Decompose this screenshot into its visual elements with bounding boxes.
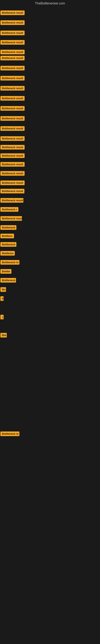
bottleneck-result-item: Bottleneck r bbox=[0, 207, 18, 212]
bottleneck-badge: Bottleneck result bbox=[0, 50, 25, 54]
bottleneck-result-item: Bottleneck result bbox=[0, 76, 25, 81]
bottleneck-result-item: Bottleneck result bbox=[0, 171, 25, 176]
bottleneck-badge: Bottleneck result bbox=[0, 76, 25, 80]
bottleneck-badge: Bottleneck bbox=[0, 242, 16, 247]
bottleneck-badge: Bottleneck result bbox=[0, 162, 25, 167]
bottleneck-result-item: Bottleneck bbox=[0, 225, 16, 231]
bottleneck-badge: Bottleneck re bbox=[0, 260, 19, 265]
bottleneck-result-item: Bottleneck result bbox=[0, 153, 25, 159]
bottleneck-badge: Bottleneck result bbox=[0, 171, 25, 176]
bottleneck-badge: Bottler bbox=[0, 269, 11, 274]
bottleneck-badge: Bottleneck result bbox=[0, 86, 25, 90]
bottleneck-badge: Bottleneck result bbox=[0, 10, 25, 15]
bottleneck-badge: Bottleneck result bbox=[0, 96, 25, 100]
bottleneck-badge: Bottlenec bbox=[0, 251, 15, 256]
bottleneck-badge: Bottleneck resul bbox=[0, 216, 22, 221]
bottleneck-result-item: Bot bbox=[0, 333, 7, 338]
bottleneck-result-item: Bottleneck result bbox=[0, 10, 25, 16]
bottleneck-result-item: Bottleneck result bbox=[0, 126, 25, 132]
bottleneck-result-item: Bottleneck result bbox=[0, 180, 25, 186]
bottleneck-result-item: Bottleneck result bbox=[0, 50, 25, 55]
bottleneck-result-item: Bottleneck result bbox=[0, 96, 25, 102]
bottleneck-result-item: Bottleneck result bbox=[0, 40, 25, 46]
bottleneck-badge: Bot bbox=[0, 333, 7, 338]
bottleneck-badge: Bottleneck result bbox=[0, 20, 25, 25]
bottleneck-badge: Bottleneck result bbox=[0, 198, 23, 203]
bottleneck-badge: Bottleneck result bbox=[0, 40, 25, 45]
bottleneck-badge: Bottleneck result bbox=[0, 180, 25, 185]
bottleneck-badge: Bottleneck r bbox=[0, 207, 18, 212]
bottleneck-result-item: Bo bbox=[0, 287, 6, 292]
bottleneck-badge: Bottleneck bbox=[0, 278, 16, 282]
bottleneck-result-item: Bottleneck bbox=[0, 242, 16, 248]
bottleneck-badge: Bottleneck result bbox=[0, 106, 25, 111]
bottleneck-result-item: Bottlenec bbox=[0, 251, 15, 256]
bottleneck-result-item: Bottleneck result bbox=[0, 145, 25, 150]
bottleneck-result-item: Bottleneck re bbox=[0, 432, 19, 437]
bottleneck-badge: Bottleneck re bbox=[0, 432, 19, 436]
bottleneck-badge: Bottlene bbox=[0, 234, 14, 238]
bottleneck-result-item: | bbox=[0, 315, 3, 320]
bottleneck-badge: Bottleneck result bbox=[0, 136, 25, 141]
bottleneck-badge: Bottleneck bbox=[0, 225, 16, 230]
bottleneck-badge: Bottleneck result bbox=[0, 116, 25, 121]
bottleneck-badge: Bottleneck result bbox=[0, 30, 25, 35]
bottleneck-result-item: Bottleneck result bbox=[0, 20, 25, 26]
bottleneck-badge: Bo bbox=[0, 287, 6, 292]
bottleneck-result-item: Bottleneck result bbox=[0, 106, 25, 112]
bottleneck-result-item: Bottleneck result bbox=[0, 189, 24, 194]
bottleneck-badge: Bottleneck result bbox=[0, 153, 25, 158]
bottleneck-result-item: Bottleneck resul bbox=[0, 216, 22, 222]
bottleneck-result-item: Bottleneck result bbox=[0, 136, 25, 142]
bottleneck-result-item: b bbox=[0, 296, 3, 302]
bottleneck-badge: | bbox=[0, 315, 3, 320]
bottleneck-result-item: Bottleneck result bbox=[0, 198, 23, 204]
site-title: TheBottlenecker.com bbox=[0, 0, 100, 7]
bottleneck-badge: Bottleneck result bbox=[0, 126, 25, 131]
bottleneck-badge: Bottleneck result bbox=[0, 66, 25, 70]
bottleneck-result-item: Bottleneck result bbox=[0, 116, 25, 122]
bottleneck-result-item: Bottleneck bbox=[0, 278, 16, 283]
bottleneck-result-item: Bottleneck result bbox=[0, 162, 25, 168]
bottleneck-badge: Bottleneck result bbox=[0, 56, 25, 60]
bottleneck-badge: Bottleneck result bbox=[0, 189, 24, 194]
bottleneck-badge: Bottleneck result bbox=[0, 145, 25, 150]
bottleneck-badge: b bbox=[0, 296, 3, 301]
bottleneck-result-item: Bottlene bbox=[0, 234, 14, 239]
bottleneck-result-item: Bottleneck result bbox=[0, 66, 25, 71]
bottleneck-result-item: Bottleneck result bbox=[0, 56, 25, 61]
bottleneck-result-item: Bottleneck re bbox=[0, 260, 19, 266]
bottleneck-result-item: Bottleneck result bbox=[0, 30, 25, 36]
bottleneck-result-item: Bottleneck result bbox=[0, 86, 25, 91]
bottleneck-result-item: Bottler bbox=[0, 269, 11, 274]
